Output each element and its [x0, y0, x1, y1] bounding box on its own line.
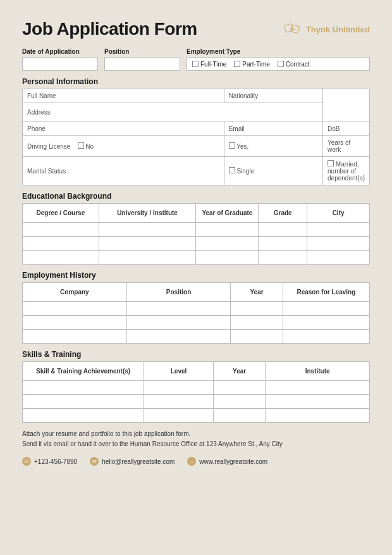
- address-row: Address: [23, 103, 370, 122]
- contract-checkbox[interactable]: [278, 61, 284, 67]
- contact-row: Phone Email DoB: [23, 122, 370, 136]
- edu-r1-degree[interactable]: [23, 223, 99, 237]
- emp-r1-company[interactable]: [23, 302, 127, 316]
- employment-label: Employment Type: [187, 48, 370, 55]
- edu-r2-university[interactable]: [99, 237, 196, 251]
- position-field-group: Position: [104, 48, 180, 71]
- marital-row: Marital Status Single Married, number of…: [23, 157, 370, 185]
- driving-no-label: No: [85, 143, 94, 150]
- emp-r3-reason[interactable]: [283, 330, 369, 344]
- edu-r3-university[interactable]: [99, 251, 196, 265]
- edu-r3-degree[interactable]: [23, 251, 99, 265]
- emp-r2-reason[interactable]: [283, 316, 369, 330]
- driving-yes-checkbox[interactable]: [229, 142, 235, 149]
- edu-col-grade: Grade: [259, 204, 307, 223]
- emp-r1-reason[interactable]: [283, 302, 369, 316]
- edu-r3-year[interactable]: [196, 251, 259, 265]
- skill-r1-institute[interactable]: [266, 381, 370, 395]
- email-text: hello@reallygreatsite.com: [102, 458, 175, 465]
- edu-col-year: Year of Graduate: [196, 204, 259, 223]
- educational-section-title: Educational Background: [22, 192, 370, 201]
- skills-table: Skill & Training Achievement(s) Level Ye…: [22, 361, 370, 423]
- emp-row-1: [23, 302, 370, 316]
- skills-header-row: Skill & Training Achievement(s) Level Ye…: [23, 362, 370, 381]
- date-input[interactable]: [22, 57, 98, 71]
- edu-col-university: University / Institute: [99, 204, 196, 223]
- skill-r3-institute[interactable]: [266, 409, 370, 423]
- skill-col-year: Year: [213, 362, 265, 381]
- employment-table: Company Position Year Reason for Leaving: [22, 282, 370, 344]
- marital-single-checkbox[interactable]: [229, 167, 235, 173]
- edu-r1-city[interactable]: [307, 223, 370, 237]
- emp-r3-position[interactable]: [126, 330, 231, 344]
- footer-contact: ☏ +123-456-7890 ✉ hello@reallygreatsite.…: [22, 457, 370, 466]
- skill-r3-achievement[interactable]: [23, 409, 144, 423]
- emp-r3-year[interactable]: [231, 330, 283, 344]
- emp-col-company: Company: [23, 283, 127, 302]
- phone-icon: ☏: [22, 457, 31, 466]
- skill-row-2: [23, 395, 370, 409]
- edu-r3-city[interactable]: [307, 251, 370, 265]
- fulltime-option[interactable]: Full-Time: [192, 61, 226, 68]
- edu-col-degree: Degree / Course: [23, 204, 99, 223]
- edu-r1-year[interactable]: [196, 223, 259, 237]
- skill-r3-level[interactable]: [144, 409, 214, 423]
- driving-yes-label: Yes,: [236, 143, 248, 150]
- dob-label: DoB: [323, 122, 370, 136]
- edu-r2-degree[interactable]: [23, 237, 99, 251]
- skills-section-title: Skills & Training: [22, 350, 370, 359]
- footer-note-line1: Attach your resume and portfolio to this…: [22, 429, 370, 439]
- emp-row-2: [23, 316, 370, 330]
- parttime-checkbox[interactable]: [234, 61, 240, 67]
- email-label: Email: [224, 122, 322, 136]
- header: Job Application Form Thynk Unlimited: [22, 19, 370, 39]
- emp-col-reason: Reason for Leaving: [283, 283, 369, 302]
- edu-r1-university[interactable]: [99, 223, 196, 237]
- marital-label: Marital Status: [27, 168, 66, 175]
- edu-r3-grade[interactable]: [259, 251, 307, 265]
- skill-r1-year[interactable]: [213, 381, 265, 395]
- fulltime-checkbox[interactable]: [192, 61, 199, 67]
- driving-label-cell: Driving License No: [23, 136, 224, 157]
- emp-r2-company[interactable]: [23, 316, 127, 330]
- edu-r2-grade[interactable]: [259, 237, 307, 251]
- edu-r1-grade[interactable]: [259, 223, 307, 237]
- parttime-option[interactable]: Part-Time: [234, 61, 270, 68]
- top-fields: Date of Application Position Employment …: [22, 48, 370, 71]
- emp-r1-position[interactable]: [126, 302, 231, 316]
- contract-option[interactable]: Contract: [278, 61, 310, 68]
- contract-label: Contract: [286, 61, 310, 68]
- emp-r1-year[interactable]: [231, 302, 283, 316]
- driving-label: Driving License: [27, 143, 70, 150]
- brand-name: Thynk Unlimited: [306, 25, 370, 34]
- skill-r3-year[interactable]: [213, 409, 265, 423]
- contact-web: ○ www.reallygreatsite.com: [187, 457, 267, 466]
- skill-r2-achievement[interactable]: [23, 395, 144, 409]
- edu-r2-year[interactable]: [196, 237, 259, 251]
- employment-header-row: Company Position Year Reason for Leaving: [23, 283, 370, 302]
- marital-married-checkbox[interactable]: [328, 160, 334, 166]
- emp-r2-year[interactable]: [231, 316, 283, 330]
- parttime-label: Part-Time: [242, 61, 270, 68]
- skill-r1-level[interactable]: [144, 381, 214, 395]
- edu-col-city: City: [307, 204, 370, 223]
- emp-r2-position[interactable]: [126, 316, 231, 330]
- marital-label-cell: Marital Status: [23, 157, 224, 185]
- driving-no-checkbox[interactable]: [78, 142, 84, 149]
- edu-r2-city[interactable]: [307, 237, 370, 251]
- skill-r2-institute[interactable]: [266, 395, 370, 409]
- page-title: Job Application Form: [22, 19, 197, 39]
- skill-r1-achievement[interactable]: [23, 381, 144, 395]
- position-input[interactable]: [104, 57, 180, 71]
- skill-col-level: Level: [144, 362, 214, 381]
- edu-row-1: [23, 223, 370, 237]
- skill-r2-level[interactable]: [144, 395, 214, 409]
- emp-col-year: Year: [231, 283, 283, 302]
- marital-single-label: Single: [236, 168, 254, 175]
- employment-field-group: Employment Type Full-Time Part-Time Cont…: [187, 48, 370, 71]
- employment-section-title: Employment History: [22, 271, 370, 280]
- skill-r2-year[interactable]: [213, 395, 265, 409]
- emp-r3-company[interactable]: [23, 330, 127, 344]
- date-field-group: Date of Application: [22, 48, 98, 71]
- phone-text: +123-456-7890: [34, 458, 77, 465]
